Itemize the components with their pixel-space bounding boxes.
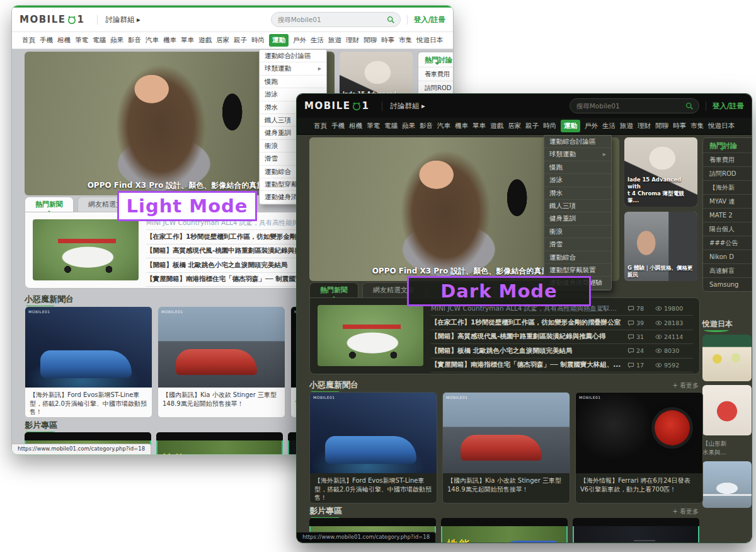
nav-item[interactable]: 運動 [269, 34, 289, 47]
nav-item[interactable]: 首頁 [22, 36, 35, 45]
search-input[interactable] [575, 101, 682, 110]
nav-item[interactable]: 時事 [673, 122, 686, 130]
dropdown-item[interactable]: 潛水 [544, 187, 611, 200]
news-card-kia[interactable]: MOBILE01 【國內新訊】Kia 小改款 Stinger 三車型 148.9… [442, 392, 570, 503]
dropdown-item[interactable]: 鐵人三項 [544, 200, 611, 212]
nav-item[interactable]: 影音 [128, 36, 141, 45]
nav-item[interactable]: 戶外 [293, 36, 306, 45]
nav-item[interactable]: 汽車 [146, 36, 159, 45]
nav-item[interactable]: 運動 [561, 120, 580, 132]
nav-item[interactable]: 時事 [381, 36, 394, 45]
tab-hot-topics[interactable]: 熱門討論 [709, 141, 737, 151]
forum-groups-menu[interactable]: 討論群組 ▸ [382, 101, 425, 111]
hot-topic-link[interactable]: 請問ROD [703, 166, 752, 180]
nav-item[interactable]: 居家 [216, 36, 229, 45]
nav-item[interactable]: 悅遊日本 [708, 122, 735, 130]
nav-item[interactable]: 閒聊 [364, 36, 377, 45]
japan-photo-bridge[interactable] [702, 461, 752, 508]
nav-item[interactable]: 單車 [472, 122, 486, 130]
nav-item[interactable]: 遊戲 [198, 36, 212, 45]
nav-item[interactable]: 閒聊 [655, 122, 668, 130]
nav-item[interactable]: 汽車 [437, 122, 450, 130]
dropdown-item[interactable]: 衝浪 [544, 226, 611, 238]
login-register-link[interactable]: 登入/註冊 [407, 15, 445, 25]
video-card-app-ui[interactable] [573, 518, 699, 543]
hot-topic-link[interactable]: 陽台個人 [703, 222, 752, 236]
nav-item[interactable]: 市集 [690, 122, 704, 130]
nav-item[interactable]: 生活 [311, 36, 324, 45]
dropdown-item[interactable]: 運動綜合討論區 [260, 50, 326, 62]
dropdown-item[interactable]: 慢跑 [260, 76, 326, 88]
hot-topic-link[interactable]: Nikon D [703, 250, 752, 263]
news-row[interactable]: 【實屋開箱】南港指標住宅「德杰羽森」── 制震國寶大林組、... 17 9592 [431, 359, 693, 372]
nav-item[interactable]: 機車 [163, 36, 176, 45]
news-row[interactable]: 【在家工作】1秒間從壁櫃到工作區，彷如變形金剛的摺疊辦公室 39 28183 [431, 316, 693, 330]
video-card-performance[interactable]: 性能 [156, 432, 283, 454]
japan-photo-fruit[interactable] [702, 385, 752, 435]
search-icon[interactable] [685, 102, 694, 110]
hot-topic-link[interactable]: 【海外新 [703, 180, 752, 194]
mobile01-logo[interactable]: MOBILE 1 [304, 100, 369, 112]
video-card-performance[interactable]: 性能 [441, 518, 568, 543]
nav-item[interactable]: 筆電 [367, 122, 380, 130]
nav-item[interactable]: 理財 [346, 36, 359, 45]
news-see-more-link[interactable]: + 看更多 [672, 381, 699, 390]
nav-item[interactable]: 單車 [181, 36, 194, 45]
hot-topic-link[interactable]: 高速解盲 [703, 263, 752, 277]
nav-item[interactable]: 手機 [40, 36, 53, 45]
dropdown-item[interactable]: 運動綜合 [544, 251, 611, 264]
nav-item[interactable]: 電腦 [93, 36, 106, 45]
nav-item[interactable]: 理財 [638, 122, 651, 130]
dropdown-item[interactable]: 球類運動 ▸ [544, 148, 611, 161]
hot-topic-link[interactable]: 養車費用 [703, 152, 752, 166]
hot-topic-link[interactable]: 請問ROD [418, 81, 453, 95]
nav-item[interactable]: 旅遊 [328, 36, 341, 45]
search-icon[interactable] [387, 16, 395, 24]
nav-item[interactable]: 蘋果 [402, 122, 415, 130]
nav-item[interactable]: 時尚 [251, 36, 265, 45]
dropdown-item[interactable]: 慢跑 [544, 161, 611, 174]
news-card-ferrari[interactable]: MOBILE01 【海外情報】Ferrari 將在6月24日發表V6引擎新車款，… [575, 392, 703, 503]
nav-item[interactable]: 筆電 [75, 36, 88, 45]
nav-item[interactable]: 機車 [455, 122, 468, 130]
dropdown-item[interactable]: 運動型穿戴裝置 [544, 264, 611, 277]
nav-item[interactable]: 居家 [508, 122, 521, 130]
hot-topic-link[interactable]: 養車費用 [418, 67, 453, 81]
nav-item[interactable]: 生活 [602, 122, 616, 130]
news-thumbnail-mini-car[interactable] [33, 219, 139, 280]
nav-item[interactable]: 戶外 [585, 122, 598, 130]
nav-item[interactable]: 悅遊日本 [416, 36, 443, 45]
nav-item[interactable]: 親子 [234, 36, 247, 45]
nav-item[interactable]: 親子 [525, 122, 539, 130]
featured-article-laptop[interactable]: lade 15 Advanced with t 4 Chroma 薄型電競筆..… [624, 137, 697, 207]
news-row[interactable]: 【開箱】高質感現代風-桃園中路重劃區裝潢紀錄與推薦心得 31 24114 [431, 330, 693, 344]
nav-item[interactable]: 蘋果 [110, 36, 123, 45]
nav-item[interactable]: 旅遊 [620, 122, 633, 130]
dropdown-item[interactable]: 滑雪 [544, 238, 611, 251]
dropdown-item[interactable]: 運動綜合討論區 [544, 135, 611, 148]
hot-topic-link[interactable]: MYAV 連 [703, 194, 752, 208]
news-card-ford[interactable]: MOBILE01 【海外新訊】Ford Evos新增ST-Line車型，搭載2.… [309, 392, 437, 503]
dropdown-item[interactable]: 球類運動 ▸ [260, 62, 326, 75]
news-card-ford[interactable]: MOBILE01 【海外新訊】Ford Evos新增ST-Line車型，搭載2.… [25, 306, 152, 418]
mobile01-logo[interactable]: MOBILE 1 [20, 14, 84, 25]
dropdown-item[interactable]: 健身重訓 [544, 212, 611, 225]
nav-item[interactable]: 相機 [349, 122, 362, 130]
japan-photo-dessert[interactable] [702, 335, 752, 381]
tab-hot-topics[interactable]: 熱門討論 [425, 55, 452, 65]
hot-topic-link[interactable]: MATE 2 [703, 208, 752, 222]
login-register-link[interactable]: 登入/註冊 [706, 101, 744, 111]
nav-item[interactable]: 首頁 [314, 122, 327, 130]
nav-item[interactable]: 相機 [57, 36, 71, 45]
nav-item[interactable]: 遊戲 [490, 122, 503, 130]
nav-item[interactable]: 時尚 [543, 122, 556, 130]
news-thumbnail-mini-car[interactable] [318, 305, 423, 366]
tab-hot-news[interactable]: 熱門新聞 [25, 197, 74, 212]
news-row[interactable]: 【開箱】板橋 北歐跳色小宅之血淚開頭完美結局 24 8030 [431, 344, 693, 358]
tab-hot-news[interactable]: 熱門新聞 [309, 282, 358, 298]
nav-item[interactable]: 影音 [420, 122, 433, 130]
featured-article-phone[interactable]: G 體驗｜小調規格、價格更 親民 [624, 212, 697, 281]
nav-item[interactable]: 電腦 [384, 122, 398, 130]
video-see-more-link[interactable]: + 看更多 [672, 507, 699, 516]
search-input[interactable] [277, 15, 383, 24]
